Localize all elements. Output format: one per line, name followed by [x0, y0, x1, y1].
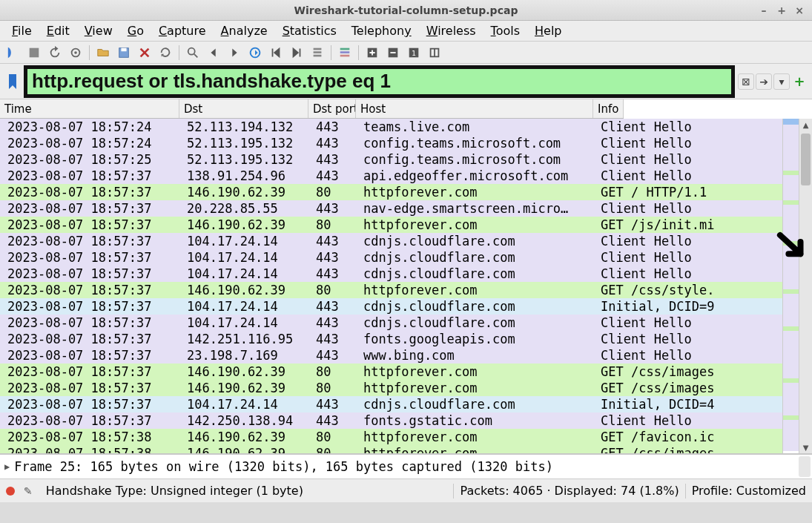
open-file-icon[interactable]: [94, 44, 112, 62]
cell-info: Client Hello: [593, 347, 799, 364]
menu-analyze[interactable]: Analyze: [214, 22, 275, 40]
zoom-in-icon[interactable]: [363, 44, 381, 62]
table-row[interactable]: 2023-08-07 18:57:37146.190.62.3980httpfo…: [0, 282, 799, 298]
packet-list-scrollbar[interactable]: ▲ ▼: [799, 119, 812, 453]
table-row[interactable]: 2023-08-07 18:57:3723.198.7.169443www.bi…: [0, 347, 799, 364]
cell-time: 2023-08-07 18:57:24: [0, 119, 179, 135]
table-row[interactable]: 2023-08-07 18:57:37104.17.24.14443cdnjs.…: [0, 233, 799, 249]
column-header-port[interactable]: Dst port: [308, 99, 356, 118]
cell-host: cdnjs.cloudflare.com: [356, 249, 593, 266]
restart-capture-icon[interactable]: [46, 44, 64, 62]
cell-dst: 146.190.62.39: [179, 380, 308, 396]
zoom-out-icon[interactable]: [384, 44, 402, 62]
table-row[interactable]: 2023-08-07 18:57:37142.251.116.95443font…: [0, 331, 799, 347]
column-header-host[interactable]: Host: [356, 99, 593, 118]
menu-view[interactable]: View: [77, 22, 120, 40]
cell-info: Client Hello: [593, 331, 799, 347]
filter-clear-icon[interactable]: ⊠: [738, 73, 754, 90]
save-file-icon[interactable]: [115, 44, 133, 62]
table-row[interactable]: 2023-08-07 18:57:37104.17.24.14443cdnjs.…: [0, 396, 799, 412]
cell-dst: 142.250.138.94: [179, 412, 308, 429]
cell-host: httpforever.com: [356, 184, 593, 200]
minimize-button[interactable]: –: [756, 4, 772, 17]
svg-rect-10: [340, 51, 350, 53]
scroll-up-icon[interactable]: ▲: [799, 119, 812, 131]
find-packet-icon[interactable]: [184, 44, 202, 62]
go-back-icon[interactable]: [205, 44, 222, 62]
cell-time: 2023-08-07 18:57:37: [0, 233, 179, 249]
table-row[interactable]: 2023-08-07 18:57:37146.190.62.3980httpfo…: [0, 364, 799, 380]
filter-dropdown-icon[interactable]: ▾: [773, 73, 790, 90]
capture-options-icon[interactable]: [67, 44, 85, 62]
frame-summary-text: Frame 25: 165 bytes on wire (1320 bits),…: [14, 459, 553, 474]
stop-capture-icon[interactable]: [25, 44, 43, 62]
start-capture-icon[interactable]: [4, 44, 22, 62]
table-row[interactable]: 2023-08-07 18:57:38146.190.62.3980httpfo…: [0, 429, 799, 445]
go-first-icon[interactable]: [267, 44, 285, 62]
menu-statistics[interactable]: Statistics: [275, 22, 344, 40]
cell-dst: 138.91.254.96: [179, 168, 308, 184]
colorize-icon[interactable]: [336, 44, 354, 62]
expand-tree-icon[interactable]: ▶: [4, 461, 10, 472]
close-button[interactable]: ×: [791, 4, 808, 17]
auto-scroll-icon[interactable]: [308, 44, 326, 62]
filter-add-icon[interactable]: +: [791, 73, 808, 90]
menu-wireless[interactable]: Wireless: [419, 22, 483, 40]
edit-capture-comment-icon[interactable]: ✎: [24, 485, 33, 497]
go-to-packet-icon[interactable]: [246, 44, 264, 62]
go-forward-icon[interactable]: [225, 44, 243, 62]
close-file-icon[interactable]: [136, 44, 154, 62]
menu-telephony[interactable]: Telephony: [344, 22, 419, 40]
display-filter-input[interactable]: http.request or tls.handshake.type eq 1: [24, 65, 735, 98]
table-row[interactable]: 2023-08-07 18:57:37104.17.24.14443cdnjs.…: [0, 249, 799, 266]
cell-dst: 146.190.62.39: [179, 184, 308, 200]
table-row[interactable]: 2023-08-07 18:57:37104.17.24.14443cdnjs.…: [0, 315, 799, 331]
packet-list-body[interactable]: 2023-08-07 18:57:2452.113.194.132443team…: [0, 119, 799, 453]
table-row[interactable]: 2023-08-07 18:57:2452.113.194.132443team…: [0, 119, 799, 135]
table-row[interactable]: 2023-08-07 18:57:37146.190.62.3980httpfo…: [0, 184, 799, 200]
table-row[interactable]: 2023-08-07 18:57:38146.190.62.3980httpfo…: [0, 445, 799, 453]
cell-port: 443: [308, 331, 356, 347]
maximize-button[interactable]: +: [773, 4, 790, 17]
column-header-dst[interactable]: Dst: [179, 99, 308, 118]
menu-capture[interactable]: Capture: [151, 22, 214, 40]
menu-go[interactable]: Go: [120, 22, 151, 40]
table-row[interactable]: 2023-08-07 18:57:37138.91.254.96443api.e…: [0, 168, 799, 184]
scroll-down-icon[interactable]: ▼: [799, 441, 812, 453]
menu-tools[interactable]: Tools: [483, 22, 527, 40]
table-row[interactable]: 2023-08-07 18:57:2552.113.195.132443conf…: [0, 151, 799, 168]
cell-host: httpforever.com: [356, 429, 593, 445]
status-profile[interactable]: Profile: Customized: [692, 484, 806, 498]
menu-help[interactable]: Help: [527, 22, 569, 40]
filter-apply-icon[interactable]: ➔: [756, 73, 772, 90]
cell-port: 443: [308, 347, 356, 364]
cell-dst: 146.190.62.39: [179, 217, 308, 233]
go-last-icon[interactable]: [288, 44, 306, 62]
menu-file[interactable]: File: [4, 22, 39, 40]
column-header-time[interactable]: Time: [0, 99, 179, 118]
table-row[interactable]: 2023-08-07 18:57:2452.113.195.132443conf…: [0, 135, 799, 151]
table-row[interactable]: 2023-08-07 18:57:37146.190.62.3980httpfo…: [0, 217, 799, 233]
table-row[interactable]: 2023-08-07 18:57:37104.17.24.14443cdnjs.…: [0, 266, 799, 282]
expert-info-icon[interactable]: [6, 487, 15, 496]
table-row[interactable]: 2023-08-07 18:57:37146.190.62.3980httpfo…: [0, 380, 799, 396]
cell-dst: 23.198.7.169: [179, 347, 308, 364]
reload-file-icon[interactable]: [156, 44, 174, 62]
column-header-info[interactable]: Info: [593, 99, 624, 118]
resize-columns-icon[interactable]: [426, 44, 443, 62]
cell-info: Client Hello: [593, 168, 799, 184]
cell-info: Client Hello: [593, 266, 799, 282]
scroll-thumb[interactable]: [801, 134, 811, 185]
cell-info: GET / HTTP/1.1: [593, 184, 799, 200]
menu-edit[interactable]: Edit: [39, 22, 77, 40]
zoom-reset-icon[interactable]: 1: [405, 44, 423, 62]
packet-details-pane[interactable]: ▶ Frame 25: 165 bytes on wire (1320 bits…: [0, 453, 812, 478]
table-row[interactable]: 2023-08-07 18:57:37104.17.24.14443cdnjs.…: [0, 298, 799, 315]
filter-bookmark-icon[interactable]: [4, 67, 21, 96]
table-row[interactable]: 2023-08-07 18:57:3720.228.85.55443nav-ed…: [0, 200, 799, 217]
table-row[interactable]: 2023-08-07 18:57:37142.250.138.94443font…: [0, 412, 799, 429]
cell-time: 2023-08-07 18:57:37: [0, 412, 179, 429]
details-scrollbar[interactable]: [799, 456, 811, 477]
cell-host: fonts.gstatic.com: [356, 412, 593, 429]
cell-host: cdnjs.cloudflare.com: [356, 298, 593, 315]
